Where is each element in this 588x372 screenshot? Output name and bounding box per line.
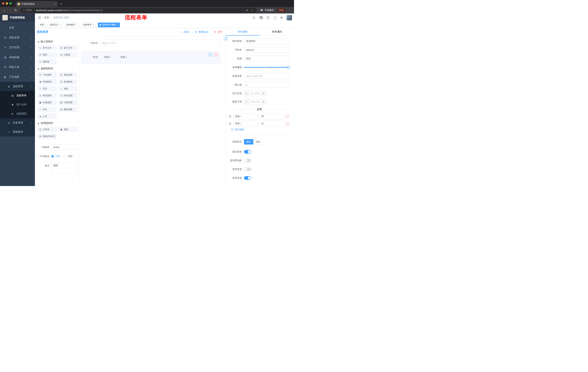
min-select-placeholder[interactable]: 至少应选 — [249, 91, 261, 96]
maximize-window-button[interactable] — [10, 2, 12, 5]
component-textarea[interactable]: ☰多行文本 — [59, 45, 78, 51]
address-bar[interactable]: ⚠ 不安全 | dashboard.yudao.iocoder.cn /bpm/… — [20, 8, 256, 13]
component-counter[interactable]: 123计数器 — [59, 52, 78, 57]
component-switch[interactable]: ◐开关 — [37, 86, 57, 91]
tag-process-model[interactable]: 流程模型 × — [64, 22, 79, 27]
drag-handle-icon[interactable] — [229, 115, 231, 118]
close-icon[interactable]: × — [117, 23, 118, 26]
remove-option-button[interactable]: − — [286, 115, 289, 118]
plus-button[interactable]: + — [261, 99, 266, 104]
sidebar-item-system[interactable]: ⚙ 系统管理 ∨ — [0, 33, 35, 43]
border-toggle[interactable] — [244, 159, 251, 162]
option-value-input[interactable] — [259, 114, 284, 119]
component-table[interactable]: ⊞表格[开发中] — [37, 134, 57, 139]
component-single-text[interactable]: ▭单行文本 — [37, 45, 57, 51]
slider-track[interactable] — [244, 67, 289, 68]
component-button[interactable]: ▣按钮 — [59, 127, 78, 132]
phone-input[interactable] — [100, 40, 221, 46]
update-chip[interactable]: 更新 — [277, 8, 286, 12]
tag-process-form[interactable]: 流程表单 × — [81, 22, 96, 27]
component-slider[interactable]: ↔滑块 — [59, 86, 78, 91]
tab-component-props[interactable]: 组件属性 — [226, 28, 260, 35]
sidebar-item-leave-query[interactable]: ☺ 请假查询 — [0, 128, 35, 137]
plus-button[interactable]: + — [261, 91, 266, 96]
close-icon[interactable]: × — [93, 23, 94, 26]
component-color-picker[interactable]: ◍颜色选择 — [59, 107, 78, 112]
option-label-input[interactable] — [233, 121, 258, 126]
label-width-input[interactable] — [244, 73, 289, 79]
component-date-picker[interactable]: ▦日期选择 — [37, 100, 57, 105]
canvas-field-gender-selected[interactable]: *性别 选项一 选项二 — [81, 51, 221, 64]
github-icon[interactable] — [259, 16, 263, 20]
gender-option-2-checkbox[interactable]: 选项二 — [116, 55, 127, 59]
remove-option-button[interactable]: − — [286, 122, 289, 125]
link-button[interactable] — [224, 36, 228, 41]
style-default-button[interactable]: 默认 — [244, 139, 253, 145]
status-off-radio[interactable]: 关闭 — [64, 155, 73, 158]
sidebar-logo[interactable]: 芋道管理系统 — [0, 13, 35, 22]
help-icon[interactable]: ? — [266, 16, 270, 19]
sidebar-item-devtools[interactable]: ⚒ 研发工具 ∨ — [0, 62, 35, 72]
sidebar-item-workflow[interactable]: ◧ 工作流程 ∧ — [0, 72, 35, 82]
component-upload[interactable]: ☁上传 — [37, 114, 57, 119]
component-rate[interactable]: ☆评分 — [37, 107, 57, 112]
component-checkbox-group[interactable]: ☑多选框组 — [59, 79, 78, 85]
new-tab-button[interactable]: + — [60, 2, 62, 6]
minus-button[interactable]: − — [244, 99, 249, 104]
copy-item-button[interactable] — [208, 53, 212, 57]
close-window-button[interactable] — [2, 2, 4, 5]
close-icon[interactable]: × — [76, 23, 78, 26]
minimize-window-button[interactable] — [6, 2, 8, 5]
component-password[interactable]: ⊡密码 — [37, 52, 57, 57]
sidebar-item-process-form[interactable]: ▤ 流程表单 — [0, 91, 35, 100]
bookmark-star-icon[interactable]: ☆ — [251, 9, 253, 12]
reload-icon[interactable]: ↻ — [14, 8, 17, 12]
component-row-container[interactable]: ◫行容器 — [37, 127, 57, 132]
sidebar-item-process-model[interactable]: ► 流程模型 — [0, 109, 35, 118]
hamburger-icon[interactable] — [38, 16, 41, 19]
form-canvas[interactable]: *手机号 *性别 选项一 选项二 — [80, 36, 226, 186]
browser-menu-icon[interactable]: ⋮ — [288, 9, 291, 12]
search-icon[interactable] — [252, 16, 255, 19]
sidebar-item-task-mgmt[interactable]: ⋔ 任务管理 ∨ — [0, 118, 35, 128]
slider-handle[interactable] — [287, 66, 290, 69]
component-select[interactable]: ⊙下拉选择 — [37, 72, 57, 77]
sidebar-item-home[interactable]: ◔ 首页 — [0, 23, 35, 33]
component-time-picker[interactable]: ◷时间选择 — [37, 93, 57, 98]
option-value-input[interactable] — [259, 121, 284, 126]
forward-icon[interactable]: → — [9, 8, 12, 12]
show-label-toggle[interactable] — [244, 150, 251, 154]
key-icon[interactable] — [246, 9, 249, 12]
sidebar-item-payment[interactable]: ¥ 支付管理 ∨ — [0, 43, 35, 53]
view-json-button[interactable]: 查看json — [195, 30, 208, 34]
drag-handle-icon[interactable] — [229, 122, 231, 125]
component-radio-group[interactable]: ◉单选框组 — [37, 79, 57, 85]
style-button-button[interactable]: 按钮 — [253, 139, 263, 145]
add-option-button[interactable]: + 添加选项 — [226, 128, 294, 131]
canvas-field-phone[interactable]: *手机号 — [81, 40, 221, 46]
gender-option-1-checkbox[interactable]: 选项一 — [100, 55, 111, 59]
back-icon[interactable]: ← — [3, 8, 6, 12]
sidebar-item-process-mgmt[interactable]: ≣ 流程管理 ∧ — [0, 82, 35, 91]
save-button[interactable]: ✓ 保存 — [181, 30, 189, 34]
grid-slider[interactable] — [244, 64, 289, 70]
title-input[interactable] — [244, 56, 289, 62]
delete-item-button[interactable] — [214, 53, 218, 57]
sidebar-item-infra[interactable]: ▥ 基础设施 ∨ — [0, 53, 35, 62]
tag-process-form-edit[interactable]: 流程表单-编辑 × — [98, 22, 120, 27]
tab-close-icon[interactable]: × — [55, 2, 56, 5]
breadcrumb-home[interactable]: 首页 — [44, 16, 49, 19]
default-value-input[interactable] — [244, 82, 289, 88]
component-date-range[interactable]: ▤日期范围 — [59, 100, 78, 105]
sidebar-item-user-group[interactable]: ☻ 用户分组 — [0, 100, 35, 109]
tab-form-props[interactable]: 表单属性 — [260, 28, 294, 35]
tag-process-definition[interactable]: 流程定义 × — [48, 22, 63, 27]
max-select-placeholder[interactable]: 最多可选 — [249, 99, 261, 104]
disabled-toggle[interactable] — [244, 167, 251, 171]
status-on-radio[interactable]: 开启 — [51, 155, 60, 158]
component-cascader[interactable]: ⋔级联选择 — [59, 72, 78, 77]
component-editor[interactable]: ✎编辑器 — [37, 59, 57, 64]
required-toggle[interactable] — [244, 176, 251, 180]
browser-tab[interactable]: 芋道管理系统 × — [16, 1, 58, 7]
field-name-input[interactable] — [244, 47, 289, 53]
